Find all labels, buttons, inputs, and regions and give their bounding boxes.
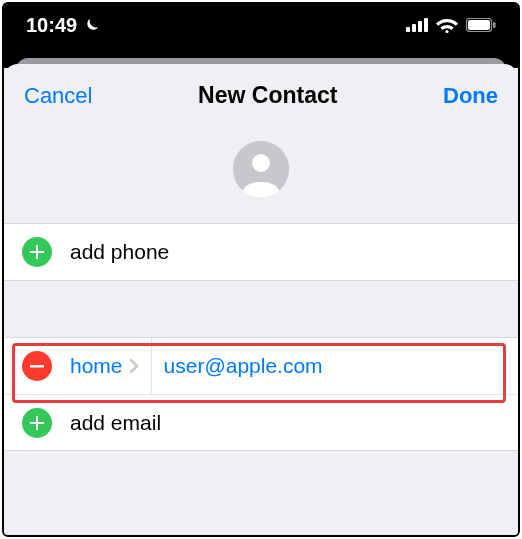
email-field[interactable]: user@apple.com bbox=[164, 354, 323, 378]
new-contact-sheet: Cancel New Contact Done add phone bbox=[4, 64, 518, 535]
add-phone-row[interactable]: add phone bbox=[4, 224, 518, 280]
plus-icon bbox=[22, 237, 52, 267]
page-title: New Contact bbox=[198, 82, 337, 109]
svg-rect-1 bbox=[412, 24, 416, 32]
svg-rect-10 bbox=[30, 365, 44, 368]
cancel-button[interactable]: Cancel bbox=[24, 83, 92, 109]
svg-rect-2 bbox=[418, 21, 422, 32]
delete-email-button[interactable] bbox=[22, 351, 52, 381]
nav-bar: Cancel New Contact Done bbox=[4, 64, 518, 119]
done-button[interactable]: Done bbox=[443, 83, 498, 109]
battery-icon bbox=[466, 18, 496, 32]
svg-point-9 bbox=[252, 154, 270, 172]
avatar-placeholder[interactable] bbox=[233, 141, 289, 197]
svg-rect-3 bbox=[424, 18, 428, 32]
status-bar: 10:49 bbox=[4, 4, 518, 52]
svg-rect-6 bbox=[468, 20, 490, 30]
svg-rect-7 bbox=[493, 22, 496, 28]
svg-rect-0 bbox=[406, 27, 410, 32]
email-entry-row: home user@apple.com bbox=[4, 338, 518, 394]
do-not-disturb-icon bbox=[83, 16, 101, 34]
svg-point-4 bbox=[445, 30, 448, 33]
status-time: 10:49 bbox=[26, 14, 77, 37]
phone-section: add phone bbox=[4, 223, 518, 281]
chevron-right-icon bbox=[129, 358, 139, 374]
email-section: home user@apple.com add email bbox=[4, 337, 518, 451]
add-email-label: add email bbox=[70, 411, 161, 435]
add-phone-label: add phone bbox=[70, 240, 169, 264]
email-type-selector[interactable]: home bbox=[70, 354, 123, 378]
wifi-icon bbox=[436, 17, 458, 33]
plus-icon bbox=[22, 408, 52, 438]
cellular-signal-icon bbox=[406, 18, 428, 32]
add-email-row[interactable]: add email bbox=[4, 394, 518, 450]
